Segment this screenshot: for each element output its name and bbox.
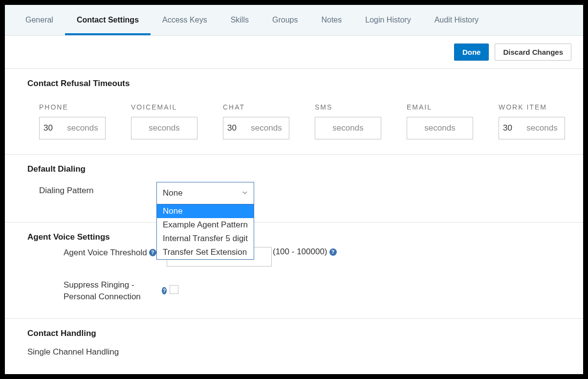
timeout-chat: CHAT seconds [223,103,289,139]
checkbox-suppress-ringing[interactable] [170,285,178,294]
help-icon[interactable]: ? [329,248,337,256]
section-title-refusal: Contact Refusal Timeouts [5,69,583,93]
help-icon[interactable]: ? [162,287,167,294]
input-phone[interactable] [40,123,64,133]
discard-button[interactable]: Discard Changes [495,44,571,61]
action-bar: Done Discard Changes [5,36,583,69]
label-sms: SMS [315,103,381,111]
label-dialing-pattern: Dialing Pattern [39,182,156,196]
row-dialing-pattern: Dialing Pattern None None Example Agent … [5,179,583,207]
timeouts-row: PHONE seconds VOICEMAIL seconds CHAT sec… [5,93,583,155]
done-button[interactable]: Done [454,44,489,61]
label-phone: PHONE [39,103,106,111]
unit-voicemail: seconds [131,123,197,133]
select-value: None [163,188,183,198]
range-hint: (100 - 100000) ? [273,247,337,257]
tab-audit-history[interactable]: Audit History [423,5,491,35]
label-chat: CHAT [223,103,289,111]
option-internal-transfer[interactable]: Internal Transfer 5 digit [157,232,254,245]
option-transfer-set[interactable]: Transfer Set Extension [157,245,254,259]
option-none[interactable]: None [157,204,254,218]
label-voicemail: VOICEMAIL [131,103,197,111]
unit-email: seconds [407,123,473,133]
section-title-dialing: Default Dialing [5,155,583,179]
range-text: (100 - 100000) [273,247,327,257]
input-wrap-phone: seconds [39,117,106,139]
tab-bar: General Contact Settings Access Keys Ski… [5,5,583,36]
input-wrap-email: seconds [407,117,473,139]
tab-contact-settings[interactable]: Contact Settings [65,5,151,35]
section-title-voice: Agent Voice Settings [5,223,583,247]
timeout-work-item: WORK ITEM seconds [499,103,565,139]
unit-phone: seconds [64,123,105,133]
dropdown-options: None Example Agent Pattern Internal Tran… [156,204,254,260]
tab-notes[interactable]: Notes [309,5,353,35]
label-suppress-ringing-text: Suppress Ringing - Personal Connection [64,279,160,303]
input-wrap-sms: seconds [315,117,381,139]
tab-skills[interactable]: Skills [219,5,261,35]
label-suppress-ringing: Suppress Ringing - Personal Connection ? [27,279,167,303]
input-work-item[interactable] [499,123,523,133]
input-wrap-voicemail: seconds [131,117,197,139]
section-default-dialing: Default Dialing Dialing Pattern None Non… [5,155,583,223]
app-container: General Contact Settings Access Keys Ski… [5,5,583,374]
input-wrap-work-item: seconds [499,117,565,139]
single-channel-text: Single Channel Handling [5,343,583,367]
input-wrap-chat: seconds [223,117,289,139]
label-voice-threshold-text: Agent Voice Threshold [64,247,147,259]
select-dialing-pattern: None None Example Agent Pattern Internal… [156,182,254,204]
help-icon[interactable]: ? [149,249,156,256]
option-example-agent[interactable]: Example Agent Pattern [157,218,254,232]
timeout-voicemail: VOICEMAIL seconds [131,103,197,139]
unit-sms: seconds [315,123,381,133]
section-title-contact-handling: Contact Handling [5,319,583,343]
row-voice-threshold: Agent Voice Threshold ? (100 - 100000) ? [5,247,583,272]
tab-access-keys[interactable]: Access Keys [151,5,219,35]
label-email: EMAIL [407,103,473,111]
timeout-sms: SMS seconds [315,103,381,139]
tab-login-history[interactable]: Login History [353,5,422,35]
select-display[interactable]: None [156,182,254,204]
timeout-email: EMAIL seconds [407,103,473,139]
label-voice-threshold: Agent Voice Threshold ? [27,247,167,259]
row-suppress-ringing: Suppress Ringing - Personal Connection ? [5,279,583,309]
input-chat[interactable] [223,123,248,133]
tab-groups[interactable]: Groups [261,5,309,35]
unit-work-item: seconds [523,123,565,133]
unit-chat: seconds [248,123,289,133]
timeout-phone: PHONE seconds [39,103,106,139]
tab-general[interactable]: General [14,5,65,35]
chevron-down-icon [242,188,248,198]
content: Contact Refusal Timeouts PHONE seconds V… [5,69,583,367]
label-work-item: WORK ITEM [499,103,565,111]
